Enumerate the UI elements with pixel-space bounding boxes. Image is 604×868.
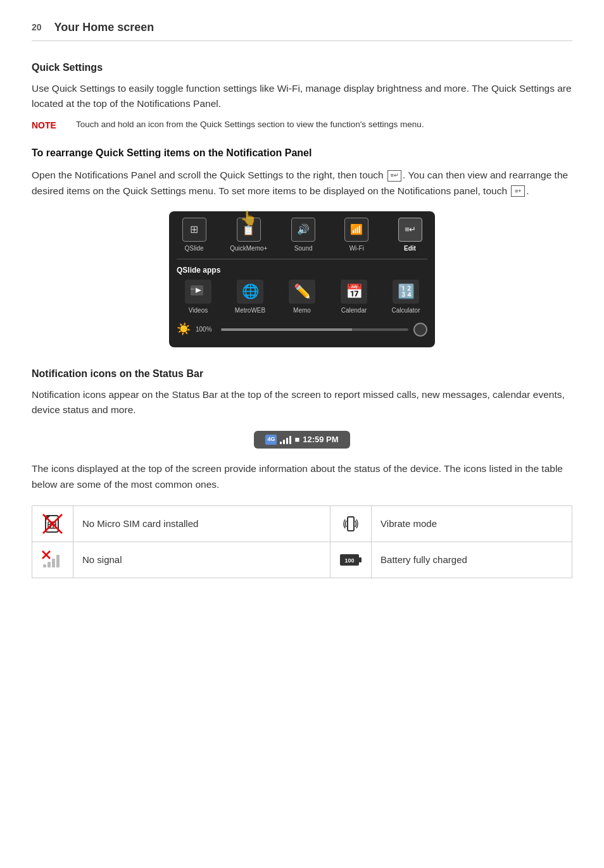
icon-cell-vibrate bbox=[330, 505, 372, 542]
qs-icon-sound: 🔊 Sound bbox=[286, 218, 321, 254]
icon-cell-battery-100: 100 bbox=[330, 542, 372, 578]
quick-settings-body1: Use Quick Settings to easily toggle func… bbox=[32, 81, 572, 113]
brightness-label: 100% bbox=[196, 325, 216, 335]
qs-app-icon-memo: ✏️ bbox=[289, 280, 315, 304]
qs-app-memo: ✏️ Memo bbox=[280, 280, 324, 316]
svg-rect-11 bbox=[348, 517, 354, 531]
no-signal-icon bbox=[41, 549, 64, 571]
network-badge: 4G bbox=[265, 435, 277, 445]
page-title: Your Home screen bbox=[54, 19, 154, 37]
qs-app-icon-calendar: 📅 bbox=[341, 280, 367, 304]
signal-bar-3 bbox=[286, 438, 288, 444]
svg-rect-15 bbox=[56, 555, 60, 567]
qs-top-row: ⊞ QSlide 📋 QuickMemo+ 👆 🔊 Sound 📶 Wi-Fi bbox=[177, 218, 427, 259]
svg-rect-14 bbox=[52, 559, 55, 567]
qs-label-edit: Edit bbox=[404, 244, 416, 254]
battery-100-svg: 100 bbox=[339, 552, 362, 567]
table-row: No Micro SIM card installed bbox=[32, 505, 572, 542]
svg-rect-19 bbox=[359, 557, 362, 562]
note-block: NOTE Touch and hold an icon from the Qui… bbox=[32, 118, 572, 133]
quick-settings-body2: Open the Notifications Panel and scroll … bbox=[32, 168, 572, 199]
qs-icon-qslide: ⊞ QSlide bbox=[177, 218, 211, 254]
vibrate-label: Vibrate mode bbox=[372, 505, 572, 542]
signal-bar-2 bbox=[283, 440, 285, 444]
quick-settings-section: Quick Settings Use Quick Settings to eas… bbox=[32, 60, 572, 347]
qs-icon-box-edit: ≡↵ bbox=[398, 218, 422, 242]
rearrange-subtitle: To rearrange Quick Setting items on the … bbox=[32, 146, 572, 161]
qs-app-label-videos: Videos bbox=[189, 306, 208, 316]
qs-app-videos: Videos bbox=[177, 280, 220, 316]
qs-app-label-metroweb: MetroWEB bbox=[235, 306, 265, 316]
vibrate-svg bbox=[341, 514, 360, 533]
qs-apps-label: QSlide apps bbox=[177, 264, 427, 276]
signal-bars-icon bbox=[280, 435, 291, 444]
status-bar-pill: 4G ■ 12:59 PM bbox=[254, 431, 349, 449]
no-signal-svg bbox=[42, 550, 63, 569]
sim-no-label: No Micro SIM card installed bbox=[73, 505, 330, 542]
svg-rect-12 bbox=[43, 564, 46, 567]
qs-app-icon-videos bbox=[185, 280, 211, 304]
icons-table: No Micro SIM card installed bbox=[32, 505, 572, 578]
no-signal-label: No signal bbox=[73, 542, 330, 578]
sim-no-svg bbox=[42, 513, 63, 535]
edit-icon-inline: ≡↵ bbox=[387, 170, 401, 182]
note-text: Touch and hold an icon from the Quick Se… bbox=[76, 118, 424, 131]
qs-label-sound: Sound bbox=[294, 244, 313, 254]
qs-app-label-calendar: Calendar bbox=[341, 306, 367, 316]
qs-icon-box-wifi: 📶 bbox=[344, 218, 368, 242]
notification-icons-body1: Notification icons appear on the Status … bbox=[32, 387, 572, 419]
brightness-icon: ☀️ bbox=[177, 321, 191, 338]
vibrate-icon bbox=[339, 512, 362, 535]
qs-icon-box-qslide: ⊞ bbox=[182, 218, 206, 242]
brightness-circle bbox=[413, 323, 427, 337]
add-icon-inline: ≡+ bbox=[511, 185, 525, 197]
status-bar-time: 12:59 PM bbox=[303, 433, 338, 446]
page-header: 20 Your Home screen bbox=[32, 19, 572, 41]
brightness-bar bbox=[221, 328, 408, 331]
qs-brightness-row: ☀️ 100% bbox=[177, 321, 427, 338]
qs-label-quickmemo: QuickMemo+ bbox=[230, 244, 267, 254]
finger-hint-icon: 👆 bbox=[240, 208, 257, 229]
quick-settings-title: Quick Settings bbox=[32, 60, 572, 76]
notification-icons-title: Notification icons on the Status Bar bbox=[32, 366, 572, 382]
qs-app-icon-calculator: 🔢 bbox=[393, 280, 419, 304]
battery-100-icon: 100 bbox=[339, 549, 362, 571]
qs-app-calculator: 🔢 Calculator bbox=[384, 280, 427, 316]
sim-no-icon bbox=[41, 512, 64, 535]
qs-panel: ⊞ QSlide 📋 QuickMemo+ 👆 🔊 Sound 📶 Wi-Fi bbox=[169, 211, 435, 347]
qs-app-label-memo: Memo bbox=[293, 306, 311, 316]
battery-100-label: Battery fully charged bbox=[372, 542, 572, 578]
qs-icon-wifi: 📶 Wi-Fi bbox=[339, 218, 374, 254]
qs-apps-row: Videos 🌐 MetroWEB ✏️ Memo 📅 Calendar 🔢 C… bbox=[177, 280, 427, 316]
qs-label-wifi: Wi-Fi bbox=[349, 244, 364, 254]
qs-app-metroweb: 🌐 MetroWEB bbox=[229, 280, 272, 316]
qs-icon-quickmemo: 📋 QuickMemo+ 👆 bbox=[230, 218, 267, 254]
qs-panel-wrapper: ⊞ QSlide 📋 QuickMemo+ 👆 🔊 Sound 📶 Wi-Fi bbox=[32, 211, 572, 347]
videos-svg bbox=[189, 283, 207, 301]
status-bar-demo: 4G ■ 12:59 PM bbox=[32, 431, 572, 449]
icon-cell-sim-no bbox=[32, 505, 73, 542]
notification-icons-section: Notification icons on the Status Bar Not… bbox=[32, 366, 572, 578]
qs-app-label-calculator: Calculator bbox=[391, 306, 420, 316]
qs-app-icon-metroweb: 🌐 bbox=[237, 280, 263, 304]
battery-status-icon: ■ bbox=[294, 433, 299, 446]
signal-bar-4 bbox=[289, 436, 291, 444]
notification-icons-body2: The icons displayed at the top of the sc… bbox=[32, 461, 572, 493]
note-label: NOTE bbox=[32, 118, 76, 133]
svg-rect-13 bbox=[47, 562, 51, 567]
qs-icon-box-sound: 🔊 bbox=[291, 218, 315, 242]
qs-app-calendar: 📅 Calendar bbox=[332, 280, 375, 316]
icon-cell-no-signal bbox=[32, 542, 73, 578]
signal-bar-1 bbox=[280, 442, 282, 444]
qs-icon-edit: ≡↵ Edit bbox=[393, 218, 427, 254]
table-row: No signal 100 Battery fully charged bbox=[32, 542, 572, 578]
qs-label-qslide: QSlide bbox=[184, 244, 203, 254]
page-number: 20 bbox=[32, 21, 42, 35]
svg-text:100: 100 bbox=[345, 557, 355, 564]
